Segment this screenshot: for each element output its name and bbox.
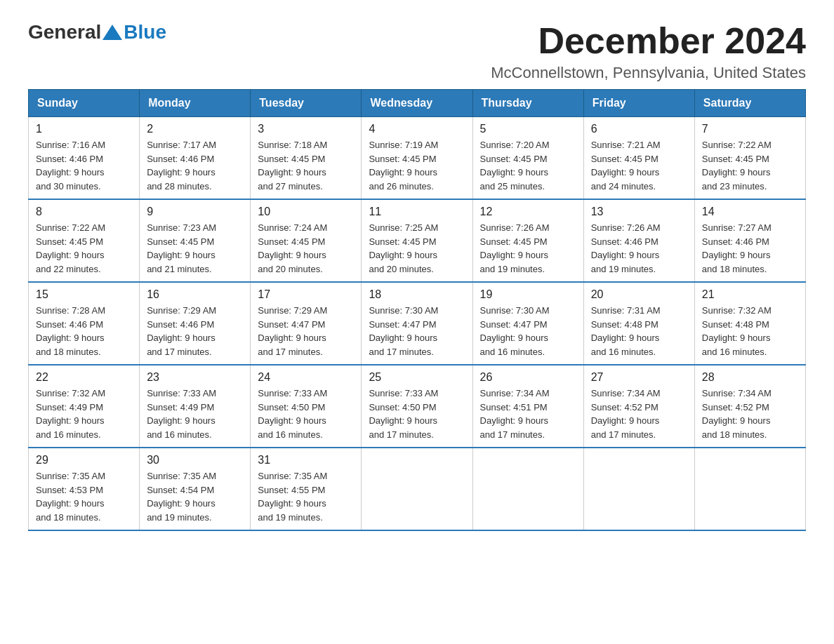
day-number: 18 (369, 288, 465, 301)
day-number: 26 (480, 371, 576, 384)
logo-blue-text: Blue (124, 21, 166, 43)
day-info: Sunrise: 7:17 AMSunset: 4:46 PMDaylight:… (147, 140, 216, 192)
day-info: Sunrise: 7:34 AMSunset: 4:51 PMDaylight:… (480, 388, 550, 440)
calendar-cell (362, 448, 472, 530)
calendar-cell: 30 Sunrise: 7:35 AMSunset: 4:54 PMDaylig… (140, 448, 251, 530)
calendar-cell (472, 448, 583, 530)
day-info: Sunrise: 7:32 AMSunset: 4:48 PMDaylight:… (702, 305, 772, 357)
day-info: Sunrise: 7:29 AMSunset: 4:47 PMDaylight:… (258, 305, 327, 357)
day-info: Sunrise: 7:33 AMSunset: 4:50 PMDaylight:… (258, 388, 327, 440)
calendar-cell: 16 Sunrise: 7:29 AMSunset: 4:46 PMDaylig… (140, 282, 251, 365)
header-sunday: Sunday (29, 90, 140, 117)
location-title: McConnellstown, Pennsylvania, United Sta… (491, 64, 806, 82)
month-title: December 2024 (491, 21, 806, 61)
day-info: Sunrise: 7:35 AMSunset: 4:54 PMDaylight:… (147, 471, 216, 523)
day-info: Sunrise: 7:16 AMSunset: 4:46 PMDaylight:… (36, 140, 105, 192)
day-info: Sunrise: 7:27 AMSunset: 4:46 PMDaylight:… (702, 222, 772, 274)
day-number: 28 (702, 371, 798, 384)
calendar-cell: 13 Sunrise: 7:26 AMSunset: 4:46 PMDaylig… (583, 199, 694, 282)
calendar-cell: 18 Sunrise: 7:30 AMSunset: 4:47 PMDaylig… (362, 282, 472, 365)
calendar-cell: 27 Sunrise: 7:34 AMSunset: 4:52 PMDaylig… (583, 365, 694, 448)
calendar-cell: 21 Sunrise: 7:32 AMSunset: 4:48 PMDaylig… (694, 282, 805, 365)
calendar-table: SundayMondayTuesdayWednesdayThursdayFrid… (28, 89, 806, 531)
day-number: 24 (258, 371, 354, 384)
day-info: Sunrise: 7:24 AMSunset: 4:45 PMDaylight:… (258, 222, 327, 274)
day-number: 17 (258, 288, 354, 301)
day-number: 19 (480, 288, 576, 301)
day-number: 10 (258, 206, 354, 218)
day-info: Sunrise: 7:33 AMSunset: 4:50 PMDaylight:… (369, 388, 438, 440)
logo-triangle-icon (102, 25, 122, 40)
calendar-cell: 3 Sunrise: 7:18 AMSunset: 4:45 PMDayligh… (251, 117, 362, 200)
day-info: Sunrise: 7:21 AMSunset: 4:45 PMDaylight:… (591, 140, 661, 192)
day-number: 6 (591, 123, 687, 135)
day-number: 9 (147, 206, 243, 218)
title-area: December 2024 McConnellstown, Pennsylvan… (491, 21, 806, 82)
day-info: Sunrise: 7:20 AMSunset: 4:45 PMDaylight:… (480, 140, 550, 192)
calendar-cell: 31 Sunrise: 7:35 AMSunset: 4:55 PMDaylig… (251, 448, 362, 530)
header-wednesday: Wednesday (362, 90, 472, 117)
calendar-cell (694, 448, 805, 530)
calendar-week-row: 8 Sunrise: 7:22 AMSunset: 4:45 PMDayligh… (29, 199, 806, 282)
calendar-cell: 25 Sunrise: 7:33 AMSunset: 4:50 PMDaylig… (362, 365, 472, 448)
calendar-header-row: SundayMondayTuesdayWednesdayThursdayFrid… (29, 90, 806, 117)
day-info: Sunrise: 7:32 AMSunset: 4:49 PMDaylight:… (36, 388, 105, 440)
day-info: Sunrise: 7:26 AMSunset: 4:45 PMDaylight:… (480, 222, 550, 274)
day-info: Sunrise: 7:35 AMSunset: 4:53 PMDaylight:… (36, 471, 105, 523)
day-number: 30 (147, 454, 243, 467)
day-info: Sunrise: 7:25 AMSunset: 4:45 PMDaylight:… (369, 222, 438, 274)
calendar-cell: 5 Sunrise: 7:20 AMSunset: 4:45 PMDayligh… (472, 117, 583, 200)
calendar-week-row: 29 Sunrise: 7:35 AMSunset: 4:53 PMDaylig… (29, 448, 806, 530)
day-info: Sunrise: 7:22 AMSunset: 4:45 PMDaylight:… (702, 140, 772, 192)
day-info: Sunrise: 7:19 AMSunset: 4:45 PMDaylight:… (369, 140, 438, 192)
day-info: Sunrise: 7:30 AMSunset: 4:47 PMDaylight:… (480, 305, 550, 357)
calendar-cell: 1 Sunrise: 7:16 AMSunset: 4:46 PMDayligh… (29, 117, 140, 200)
day-number: 15 (36, 288, 132, 301)
header-friday: Friday (583, 90, 694, 117)
day-info: Sunrise: 7:31 AMSunset: 4:48 PMDaylight:… (591, 305, 661, 357)
day-info: Sunrise: 7:35 AMSunset: 4:55 PMDaylight:… (258, 471, 327, 523)
day-info: Sunrise: 7:29 AMSunset: 4:46 PMDaylight:… (147, 305, 216, 357)
day-info: Sunrise: 7:18 AMSunset: 4:45 PMDaylight:… (258, 140, 327, 192)
day-number: 29 (36, 454, 132, 467)
calendar-cell: 24 Sunrise: 7:33 AMSunset: 4:50 PMDaylig… (251, 365, 362, 448)
calendar-week-row: 1 Sunrise: 7:16 AMSunset: 4:46 PMDayligh… (29, 117, 806, 200)
day-info: Sunrise: 7:33 AMSunset: 4:49 PMDaylight:… (147, 388, 216, 440)
day-info: Sunrise: 7:30 AMSunset: 4:47 PMDaylight:… (369, 305, 438, 357)
calendar-cell: 6 Sunrise: 7:21 AMSunset: 4:45 PMDayligh… (583, 117, 694, 200)
calendar-cell: 8 Sunrise: 7:22 AMSunset: 4:45 PMDayligh… (29, 199, 140, 282)
day-number: 16 (147, 288, 243, 301)
day-number: 25 (369, 371, 465, 384)
calendar-cell: 26 Sunrise: 7:34 AMSunset: 4:51 PMDaylig… (472, 365, 583, 448)
day-number: 31 (258, 454, 354, 467)
calendar-cell: 7 Sunrise: 7:22 AMSunset: 4:45 PMDayligh… (694, 117, 805, 200)
page-header: General Blue December 2024 McConnellstow… (28, 21, 806, 82)
day-number: 27 (591, 371, 687, 384)
day-number: 5 (480, 123, 576, 135)
calendar-cell: 15 Sunrise: 7:28 AMSunset: 4:46 PMDaylig… (29, 282, 140, 365)
header-thursday: Thursday (472, 90, 583, 117)
calendar-cell: 20 Sunrise: 7:31 AMSunset: 4:48 PMDaylig… (583, 282, 694, 365)
day-number: 1 (36, 123, 132, 135)
logo-general-text: General (28, 21, 101, 43)
day-info: Sunrise: 7:23 AMSunset: 4:45 PMDaylight:… (147, 222, 216, 274)
calendar-cell: 11 Sunrise: 7:25 AMSunset: 4:45 PMDaylig… (362, 199, 472, 282)
day-info: Sunrise: 7:22 AMSunset: 4:45 PMDaylight:… (36, 222, 105, 274)
day-number: 12 (480, 206, 576, 218)
day-number: 20 (591, 288, 687, 301)
header-tuesday: Tuesday (251, 90, 362, 117)
calendar-cell: 22 Sunrise: 7:32 AMSunset: 4:49 PMDaylig… (29, 365, 140, 448)
calendar-cell: 23 Sunrise: 7:33 AMSunset: 4:49 PMDaylig… (140, 365, 251, 448)
day-number: 4 (369, 123, 465, 135)
day-number: 13 (591, 206, 687, 218)
day-number: 22 (36, 371, 132, 384)
day-number: 8 (36, 206, 132, 218)
calendar-cell: 10 Sunrise: 7:24 AMSunset: 4:45 PMDaylig… (251, 199, 362, 282)
day-number: 3 (258, 123, 354, 135)
calendar-week-row: 15 Sunrise: 7:28 AMSunset: 4:46 PMDaylig… (29, 282, 806, 365)
day-info: Sunrise: 7:34 AMSunset: 4:52 PMDaylight:… (591, 388, 661, 440)
calendar-cell: 2 Sunrise: 7:17 AMSunset: 4:46 PMDayligh… (140, 117, 251, 200)
day-number: 2 (147, 123, 243, 135)
header-saturday: Saturday (694, 90, 805, 117)
calendar-cell: 28 Sunrise: 7:34 AMSunset: 4:52 PMDaylig… (694, 365, 805, 448)
